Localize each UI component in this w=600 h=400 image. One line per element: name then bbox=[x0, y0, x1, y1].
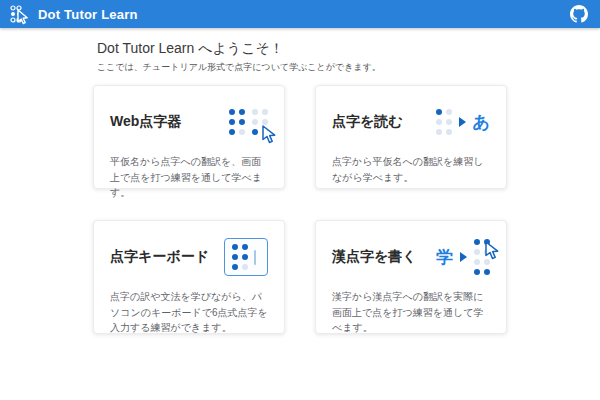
card-title: 点字キーボード bbox=[110, 248, 209, 266]
kanji-learn-char: 学 bbox=[436, 249, 453, 266]
arrow-right-icon bbox=[460, 252, 467, 262]
text-caret-icon bbox=[254, 250, 256, 265]
github-link[interactable] bbox=[570, 5, 588, 23]
braille-cell-filled bbox=[232, 244, 248, 270]
card-read-braille[interactable]: 点字を読む あ 点字から平仮名への翻訳を練習しながら学べます。 bbox=[315, 85, 507, 189]
braille-keyboard-icon bbox=[224, 238, 268, 276]
card-description: 点字から平仮名への翻訳を練習しながら学べます。 bbox=[332, 154, 490, 185]
card-title: Web点字器 bbox=[110, 113, 181, 131]
card-title: 点字を読む bbox=[332, 113, 403, 131]
app-header: Dot Tutor Learn bbox=[0, 0, 600, 28]
app-title: Dot Tutor Learn bbox=[38, 7, 138, 22]
input-box-icon bbox=[224, 238, 268, 276]
welcome-section: Dot Tutor Learn へようこそ！ ここでは、チュートリアル形式で点字… bbox=[97, 40, 507, 74]
card-write-kanji-braille[interactable]: 漢点字を書く 学 漢字から漢点字への翻訳を実際に画面上で点を打つ練習を通して学べ… bbox=[315, 220, 507, 334]
card-braille-keyboard[interactable]: 点字キーボード 点字の訳や文法を学びながら、パソコンのキーボードで6点式点字を入… bbox=[93, 220, 285, 334]
braille-cell-filled bbox=[229, 109, 245, 135]
main-content: Dot Tutor Learn へようこそ！ ここでは、チュートリアル形式で点字… bbox=[93, 40, 507, 334]
card-web-braille-typer[interactable]: Web点字器 平仮名から点字への翻訳を、画面上で点を打つ練習を通して学べます。 bbox=[93, 85, 285, 189]
braille-cell-a bbox=[436, 109, 452, 135]
card-description: 平仮名から点字への翻訳を、画面上で点を打つ練習を通して学べます。 bbox=[110, 154, 268, 201]
feature-cards-grid: Web点字器 平仮名から点字への翻訳を、画面上で点を打つ練習を通して学べます。 … bbox=[93, 85, 507, 334]
cursor-icon bbox=[483, 241, 501, 261]
app-logo-braille-cursor-icon bbox=[8, 3, 30, 25]
braille-typing-icon bbox=[229, 109, 268, 135]
cursor-icon bbox=[260, 125, 278, 145]
arrow-right-icon bbox=[459, 117, 466, 127]
github-icon bbox=[570, 5, 588, 23]
page-subtitle: ここでは、チュートリアル形式で点字について学ぶことができます。 bbox=[97, 61, 507, 74]
card-description: 漢字から漢点字への翻訳を実際に画面上で点を打つ練習を通して学べます。 bbox=[332, 289, 490, 336]
page-title: Dot Tutor Learn へようこそ！ bbox=[97, 40, 507, 58]
hiragana-a-char: あ bbox=[473, 114, 490, 131]
card-description: 点字の訳や文法を学びながら、パソコンのキーボードで6点式点字を入力する練習ができ… bbox=[110, 289, 268, 336]
braille-read-icon: あ bbox=[436, 109, 490, 135]
card-title: 漢点字を書く bbox=[332, 248, 417, 266]
kanji-braille-write-icon: 学 bbox=[436, 239, 490, 275]
